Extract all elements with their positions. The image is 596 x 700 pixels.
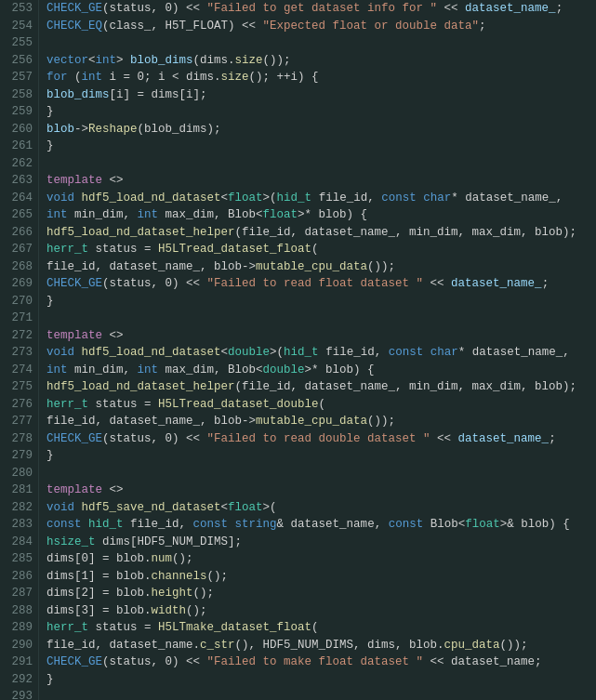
code-line: CHECK_GE(status, 0) << "Failed to read d… [46,430,589,448]
code-line [46,34,589,52]
line-number: 287 [4,585,33,602]
code-line: } [46,671,589,689]
line-number: 284 [4,534,33,551]
code-line: void hdf5_save_nd_dataset<float>( [46,499,589,517]
code-line: } [46,103,589,121]
line-number: 259 [4,103,33,121]
line-number: 278 [4,430,33,448]
code-line: CHECK_GE(status, 0) << "Failed to get da… [46,0,589,18]
code-line: herr_t status = H5LTread_dataset_float( [46,241,589,258]
line-number: 271 [4,310,33,327]
code-line: void hdf5_load_nd_dataset<double>(hid_t … [46,344,589,362]
line-number: 262 [4,155,33,173]
line-number: 290 [4,637,33,654]
line-number: 281 [4,482,33,499]
line-number: 254 [4,18,33,35]
line-number: 288 [4,602,33,620]
line-number: 289 [4,619,33,637]
code-line: hdf5_load_nd_dataset_helper(file_id, dat… [46,378,589,396]
line-number: 269 [4,275,33,293]
line-number: 270 [4,293,33,310]
line-number: 261 [4,138,33,155]
line-number: 266 [4,224,33,242]
code-line: } [46,293,589,310]
code-line: dims[0] = blob.num(); [46,550,589,568]
code-line: file_id, dataset_name.c_str(), HDF5_NUM_… [46,637,589,654]
code-line: herr_t status = H5LTread_dataset_double( [46,396,589,414]
line-number: 258 [4,86,33,104]
line-number: 282 [4,499,33,517]
code-line: CHECK_GE(status, 0) << "Failed to make f… [46,654,589,671]
line-number: 274 [4,362,33,379]
code-line: hdf5_load_nd_dataset_helper(file_id, dat… [46,224,589,242]
line-number: 265 [4,206,33,224]
code-content: CHECK_GE(status, 0) << "Failed to get da… [39,0,596,700]
code-line: CHECK_EQ(class_, H5T_FLOAT) << "Expected… [46,18,589,35]
line-number: 256 [4,52,33,70]
code-line: } [46,447,589,465]
line-number: 280 [4,465,33,482]
line-number: 257 [4,69,33,86]
line-number: 268 [4,258,33,276]
code-line: const hid_t file_id, const string& datas… [46,516,589,534]
line-number: 253 [4,0,33,18]
code-line: int min_dim, int max_dim, Blob<double>* … [46,362,589,379]
code-line: dims[2] = blob.height(); [46,585,589,602]
line-number: 283 [4,516,33,534]
code-line: CHECK_GE(status, 0) << "Failed to read f… [46,275,589,293]
code-line: int min_dim, int max_dim, Blob<float>* b… [46,206,589,224]
line-number: 272 [4,327,33,345]
code-line: template <> [46,482,589,499]
line-number: 277 [4,413,33,430]
line-number: 291 [4,654,33,671]
code-line [46,465,589,482]
line-number: 292 [4,671,33,689]
line-number: 276 [4,396,33,414]
code-line: hsize_t dims[HDF5_NUM_DIMS]; [46,534,589,551]
code-line: } [46,138,589,155]
line-number: 267 [4,241,33,258]
line-number: 293 [4,688,33,700]
code-line: file_id, dataset_name_, blob->mutable_cp… [46,413,589,430]
code-line: blob->Reshape(blob_dims); [46,121,589,139]
code-line: dims[3] = blob.width(); [46,602,589,620]
line-number: 260 [4,121,33,139]
code-line: template <> [46,172,589,190]
code-line: herr_t status = H5LTmake_dataset_float( [46,619,589,637]
code-line [46,688,589,700]
code-line: for (int i = 0; i < dims.size(); ++i) { [46,69,589,86]
code-line: vector<int> blob_dims(dims.size()); [46,52,589,70]
line-number: 255 [4,34,33,52]
code-line: file_id, dataset_name_, blob->mutable_cp… [46,258,589,276]
code-line [46,310,589,327]
code-line: dims[1] = blob.channels(); [46,568,589,586]
code-line: void hdf5_load_nd_dataset<float>(hid_t f… [46,190,589,207]
line-number: 263 [4,172,33,190]
line-number: 264 [4,190,33,207]
line-number: 285 [4,550,33,568]
line-number: 275 [4,378,33,396]
code-editor: 2532542552562572582592602612622632642652… [0,0,596,700]
line-number: 286 [4,568,33,586]
line-number: 273 [4,344,33,362]
code-line: template <> [46,327,589,345]
line-number: 279 [4,447,33,465]
line-numbers: 2532542552562572582592602612622632642652… [0,0,39,700]
code-line: blob_dims[i] = dims[i]; [46,86,589,104]
code-line [46,155,589,173]
